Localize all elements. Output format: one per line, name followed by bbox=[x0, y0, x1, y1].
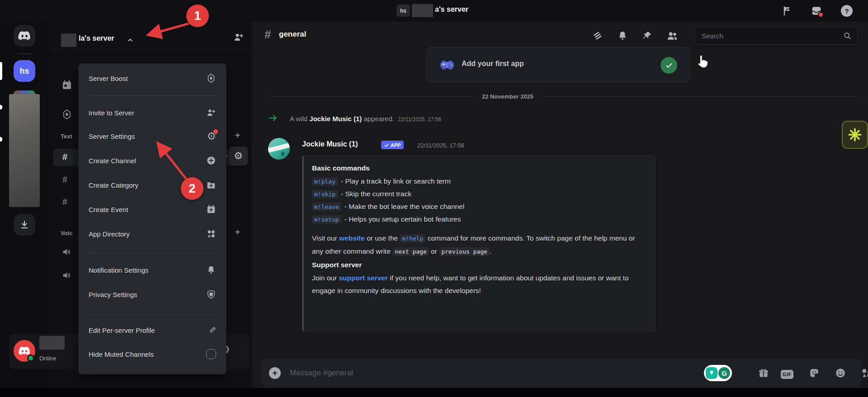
menu-item-app-directory[interactable]: App Directory bbox=[82, 224, 222, 244]
menu-item-create-channel[interactable]: Create Channel bbox=[82, 151, 222, 170]
folder-plus-icon bbox=[206, 180, 216, 190]
add-channel-button[interactable]: + bbox=[235, 130, 240, 140]
annotation-step-2: 2 bbox=[181, 177, 203, 200]
search-bar[interactable] bbox=[695, 27, 858, 45]
embed-paragraph: Join our support server if you need help… bbox=[312, 272, 646, 297]
status-label: Online bbox=[39, 355, 57, 362]
emoji-icon[interactable] bbox=[834, 367, 847, 379]
bot-embed-card: Basic commands m!play- Play a track by l… bbox=[302, 156, 656, 332]
quests-flag-icon[interactable] bbox=[781, 5, 793, 17]
boost-icon bbox=[206, 73, 216, 83]
app-badge: APP bbox=[381, 141, 404, 149]
bell-icon bbox=[206, 265, 216, 275]
embed-paragraph: Visit our website or use the m!help comm… bbox=[312, 232, 646, 258]
menu-item-privacy-settings[interactable]: Privacy Settings bbox=[82, 284, 222, 304]
notification-bell-icon[interactable] bbox=[617, 30, 628, 42]
search-input[interactable] bbox=[701, 32, 843, 40]
inbox-unread-dot bbox=[818, 12, 824, 18]
grammarly-widget[interactable]: G bbox=[704, 365, 732, 381]
bot-name[interactable]: Jockie Music (1) bbox=[309, 115, 362, 123]
support-server-link[interactable]: support server bbox=[339, 274, 388, 282]
server-icon-hs[interactable]: hs bbox=[14, 60, 35, 82]
server-name: la's server bbox=[79, 34, 114, 43]
verified-check-icon bbox=[384, 142, 389, 148]
command-row: m!play- Play a track by link or search t… bbox=[312, 175, 646, 188]
hide-muted-checkbox[interactable] bbox=[206, 349, 216, 359]
category-text-channels[interactable]: Text bbox=[61, 133, 72, 140]
message-author[interactable]: Jockie Music (1) bbox=[302, 140, 358, 148]
command-row: m!skip- Skip the current track bbox=[312, 188, 646, 200]
command-row: m!setup- Helps you setup certain bot fea… bbox=[312, 213, 646, 226]
speaker-icon[interactable] bbox=[61, 270, 71, 280]
menu-item-server-settings[interactable]: Server Settings ⚙ bbox=[82, 126, 222, 146]
censored-username bbox=[39, 336, 65, 350]
settings-alert-dot bbox=[213, 129, 218, 134]
server-dropdown-menu: Server Boost Invite to Server Server Set… bbox=[78, 63, 226, 374]
search-icon bbox=[843, 31, 852, 40]
menu-item-edit-per-server-profile[interactable]: Edit Per-server Profile ✎ bbox=[82, 320, 222, 340]
window-title: a's server bbox=[435, 5, 468, 14]
speaker-icon[interactable] bbox=[61, 247, 71, 257]
embed-heading: Basic commands bbox=[312, 164, 646, 172]
timestamp: 22/11/2025, 17:56 bbox=[398, 116, 441, 123]
system-message: A wild Jockie Music (1) appeared.22/11/2… bbox=[268, 113, 441, 123]
add-first-app-banner[interactable]: Add your first app bbox=[427, 47, 690, 82]
boost-icon[interactable] bbox=[61, 109, 72, 120]
download-update-icon[interactable] bbox=[14, 214, 35, 236]
join-arrow-icon bbox=[268, 113, 278, 123]
inbox-icon[interactable] bbox=[811, 5, 822, 17]
screenshot-tool-widget[interactable] bbox=[842, 121, 868, 149]
channel-hash: # bbox=[264, 28, 271, 42]
calendar-plus-icon bbox=[206, 204, 216, 214]
chevron-up-icon bbox=[127, 37, 134, 44]
menu-divider bbox=[88, 95, 217, 96]
pencil-icon: ✎ bbox=[209, 325, 216, 336]
lightbulb-icon bbox=[706, 367, 717, 379]
pin-icon[interactable] bbox=[641, 30, 653, 42]
server-header[interactable]: la's server bbox=[49, 22, 252, 50]
menu-item-invite-to-server[interactable]: Invite to Server bbox=[82, 103, 222, 123]
starburst-icon bbox=[847, 127, 863, 142]
menu-divider bbox=[88, 253, 217, 253]
menu-item-hide-muted-channels[interactable]: Hide Muted Channels bbox=[82, 344, 222, 364]
censored-server-icons bbox=[9, 94, 40, 207]
attach-plus-icon[interactable]: + bbox=[269, 367, 281, 379]
add-voice-channel-button[interactable]: + bbox=[235, 227, 240, 237]
menu-item-create-event[interactable]: Create Event bbox=[82, 199, 222, 219]
censored-server-name bbox=[61, 33, 76, 47]
channel-hash[interactable]: # bbox=[62, 197, 67, 207]
gift-icon[interactable] bbox=[757, 367, 770, 379]
title-bar: hs a's server ? bbox=[0, 0, 868, 22]
apps-icon[interactable] bbox=[860, 367, 868, 379]
channel-hash: # bbox=[62, 152, 67, 162]
help-icon[interactable]: ? bbox=[841, 5, 853, 17]
category-voice-channels[interactable]: Voic bbox=[61, 230, 73, 236]
command-code: m!setup bbox=[312, 215, 341, 224]
discord-logo-icon bbox=[18, 29, 31, 42]
mouse-cursor-hand bbox=[695, 54, 711, 70]
timestamp: 22/11/2025, 17:56 bbox=[417, 142, 464, 149]
bot-avatar[interactable] bbox=[268, 138, 290, 160]
threads-icon[interactable] bbox=[592, 30, 604, 42]
menu-item-server-boost[interactable]: Server Boost bbox=[82, 68, 222, 88]
shapes-icon bbox=[206, 229, 216, 239]
discord-app-window: hs a's server ? hs bbox=[0, 0, 868, 397]
message-input-bar[interactable]: + G GIF bbox=[261, 359, 862, 388]
channel-header: # general bbox=[252, 22, 868, 50]
game-controller-icon bbox=[439, 57, 455, 73]
person-add-icon[interactable] bbox=[233, 32, 244, 43]
plus-circle-icon bbox=[206, 156, 216, 165]
events-calendar-icon[interactable] bbox=[61, 80, 72, 90]
discord-home-button[interactable] bbox=[14, 25, 35, 47]
gif-icon[interactable]: GIF bbox=[781, 368, 793, 381]
sticker-icon[interactable] bbox=[808, 367, 821, 379]
channel-hash[interactable]: # bbox=[62, 175, 67, 185]
menu-item-notification-settings[interactable]: Notification Settings bbox=[82, 260, 222, 280]
online-status-dot bbox=[27, 354, 34, 362]
members-icon[interactable] bbox=[666, 30, 678, 42]
channel-name: general bbox=[279, 30, 306, 39]
message-input[interactable] bbox=[289, 359, 660, 388]
edit-channel-gear-icon[interactable]: ⚙ bbox=[229, 147, 248, 165]
website-link[interactable]: website bbox=[339, 234, 365, 242]
active-server-indicator bbox=[0, 62, 2, 80]
